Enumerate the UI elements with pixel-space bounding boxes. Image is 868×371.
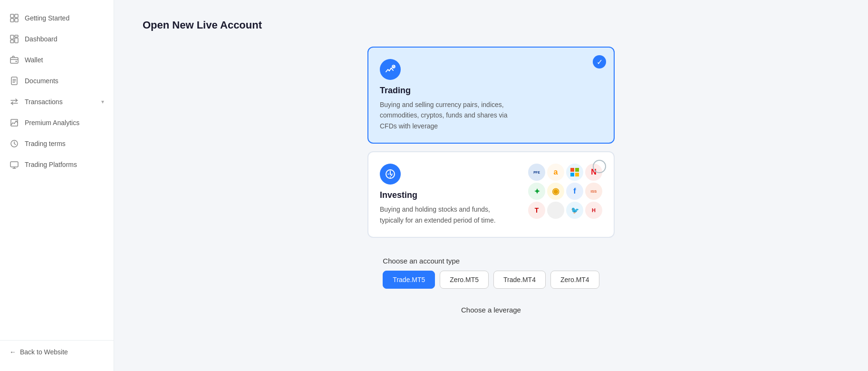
- trading-platforms-icon: [10, 160, 19, 169]
- svg-rect-2: [10, 19, 14, 22]
- trading-card-title: Trading: [380, 86, 602, 96]
- logo-pfizer: PFE: [528, 164, 545, 181]
- sidebar-item-trading-terms[interactable]: Trading terms: [0, 133, 114, 154]
- sidebar-item-label: Wallet: [25, 56, 43, 64]
- logo-shell: ◉: [547, 183, 564, 200]
- sidebar-item-label: Premium Analytics: [25, 119, 79, 127]
- svg-rect-13: [10, 162, 18, 167]
- chevron-down-icon: ▾: [101, 98, 104, 105]
- account-type-label: Choose an account type: [383, 257, 599, 265]
- sidebar-item-wallet[interactable]: Wallet: [0, 49, 114, 70]
- sidebar-bottom: ← Back to Website: [0, 340, 114, 363]
- arrow-left-icon: ←: [10, 348, 16, 356]
- logo-bayer: ✦: [528, 183, 545, 200]
- svg-point-9: [16, 61, 17, 62]
- sidebar-item-getting-started[interactable]: Getting Started: [0, 8, 114, 29]
- sidebar: Getting Started Dashboard Wallet: [0, 0, 114, 371]
- svg-rect-18: [570, 173, 574, 176]
- sidebar-item-trading-platforms[interactable]: Trading Platforms: [0, 154, 114, 175]
- logo-apple: [547, 202, 564, 219]
- account-type-section: Choose an account type Trade.MT5 Zero.MT…: [383, 257, 599, 289]
- svg-rect-19: [575, 173, 579, 176]
- logo-twitter: 🐦: [566, 202, 583, 219]
- investing-card-title: Investing: [380, 190, 513, 200]
- transactions-icon: [10, 97, 19, 107]
- svg-rect-0: [10, 14, 14, 18]
- logo-henkel: H: [585, 202, 602, 219]
- trading-terms-icon: [10, 139, 19, 148]
- sidebar-item-label: Transactions: [25, 98, 63, 106]
- investing-card-check: [593, 160, 606, 173]
- svg-rect-5: [15, 35, 18, 37]
- svg-rect-17: [575, 168, 579, 172]
- sidebar-item-dashboard[interactable]: Dashboard: [0, 29, 114, 49]
- sidebar-item-documents[interactable]: Documents: [0, 70, 114, 91]
- svg-rect-4: [10, 35, 14, 39]
- investing-card-header: [380, 164, 513, 185]
- wallet-icon: [10, 55, 19, 65]
- leverage-section: Choose a leverage: [461, 306, 521, 320]
- leverage-label: Choose a leverage: [461, 306, 521, 314]
- cards-container: ✓ Trading Buying and selling currency pa…: [367, 47, 615, 320]
- page-title: Open New Live Account: [143, 19, 839, 31]
- account-btn-zero-mt5[interactable]: Zero.MT5: [440, 271, 489, 289]
- grid-icon: [10, 13, 19, 23]
- back-label: Back to Website: [20, 348, 68, 356]
- sidebar-item-label: Getting Started: [25, 14, 69, 22]
- dashboard-icon: [10, 34, 19, 44]
- svg-rect-6: [15, 38, 18, 43]
- investing-card-icon: [380, 164, 401, 185]
- svg-rect-3: [15, 19, 18, 22]
- sidebar-item-label: Dashboard: [25, 35, 58, 43]
- svg-rect-11: [11, 119, 18, 126]
- logo-microsoft: [566, 164, 583, 181]
- investing-card[interactable]: Investing Buying and holding stocks and …: [367, 151, 615, 238]
- logo-amazon: a: [547, 164, 564, 181]
- svg-rect-16: [570, 168, 574, 172]
- investing-card-content: Investing Buying and holding stocks and …: [380, 164, 513, 225]
- logo-iss: ISS: [585, 183, 602, 200]
- svg-rect-1: [15, 14, 18, 18]
- trading-card-check: ✓: [593, 55, 606, 68]
- main-content: Open New Live Account ✓ Trading Buying a…: [114, 0, 868, 371]
- trading-card-icon: [380, 59, 401, 80]
- svg-rect-7: [10, 40, 14, 43]
- account-types: Trade.MT5 Zero.MT5 Trade.MT4 Zero.MT4: [383, 271, 599, 289]
- account-btn-trade-mt4[interactable]: Trade.MT4: [493, 271, 546, 289]
- sidebar-item-transactions[interactable]: Transactions ▾: [0, 91, 114, 112]
- svg-rect-8: [10, 58, 18, 63]
- trading-card-header: [380, 59, 602, 80]
- analytics-icon: [10, 118, 19, 127]
- sidebar-item-label: Trading Platforms: [25, 161, 77, 168]
- account-btn-zero-mt4[interactable]: Zero.MT4: [550, 271, 599, 289]
- sidebar-item-label: Documents: [25, 77, 58, 85]
- trading-card-desc: Buying and selling currency pairs, indic…: [380, 99, 513, 131]
- account-btn-trade-mt5[interactable]: Trade.MT5: [383, 271, 435, 289]
- back-to-website-link[interactable]: ← Back to Website: [10, 348, 104, 356]
- logo-facebook: f: [566, 183, 583, 200]
- investing-logos: PFE a N ✦ ◉ f ISS: [528, 164, 602, 219]
- logo-tesla: T: [528, 202, 545, 219]
- documents-icon: [10, 76, 19, 86]
- trading-card[interactable]: ✓ Trading Buying and selling currency pa…: [367, 47, 615, 144]
- investing-card-inner: Investing Buying and holding stocks and …: [380, 164, 602, 225]
- investing-card-desc: Buying and holding stocks and funds, typ…: [380, 204, 513, 225]
- sidebar-item-premium-analytics[interactable]: Premium Analytics: [0, 112, 114, 133]
- sidebar-item-label: Trading terms: [25, 140, 66, 147]
